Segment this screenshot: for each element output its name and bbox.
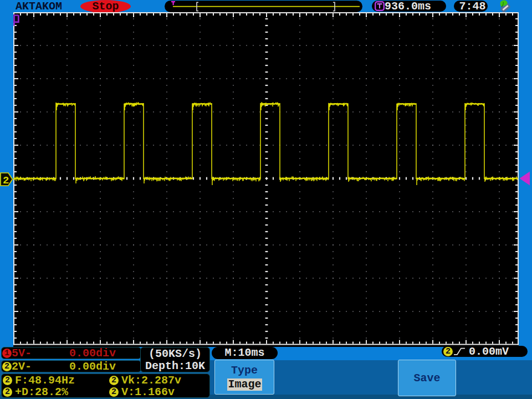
svg-text:2: 2 [3, 175, 9, 187]
